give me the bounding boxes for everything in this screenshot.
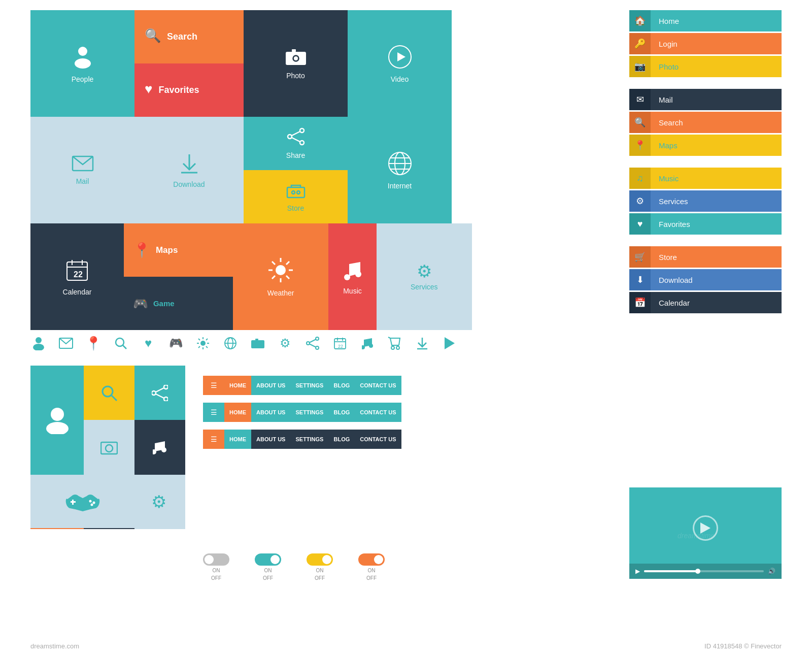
tile-photo[interactable]: Photo xyxy=(244,10,348,117)
mini-tile-music[interactable] xyxy=(134,420,185,475)
calendar-icon-row[interactable]: 22 xyxy=(332,335,348,351)
icons-row: 📍 ♥ 🎮 ⚙ xyxy=(30,335,458,351)
tile-weather[interactable]: Weather xyxy=(233,223,328,330)
location-icon[interactable]: 📍 xyxy=(85,335,101,351)
mail-icon-row[interactable] xyxy=(58,335,74,351)
share-icon-row[interactable] xyxy=(304,335,321,351)
svg-point-61 xyxy=(316,346,319,349)
mini-tile-person[interactable] xyxy=(30,366,84,475)
nav-item-store[interactable]: 🛒 Store xyxy=(629,246,782,268)
heart-icon[interactable]: ♥ xyxy=(140,335,156,351)
nav-item-contact-2[interactable]: CONTACT US xyxy=(355,403,401,422)
nav-item-settings-2[interactable]: SETTINGS xyxy=(290,403,328,422)
svg-point-16 xyxy=(292,191,295,194)
toggle-yellow-label2: OFF xyxy=(315,575,325,581)
calendar-icon: 22 xyxy=(65,258,89,285)
svg-point-70 xyxy=(369,344,373,348)
tile-store[interactable]: Store xyxy=(244,170,348,223)
tile-services[interactable]: ⚙ Services xyxy=(377,223,472,330)
mini-tile-gamepad[interactable] xyxy=(30,475,134,528)
svg-point-76 xyxy=(46,422,69,434)
tile-calendar[interactable]: 22 Calendar xyxy=(30,223,124,330)
cart-icon[interactable] xyxy=(387,335,403,351)
download-icon-row[interactable] xyxy=(414,335,430,351)
nav-item-favorites[interactable]: ♥ Favorites xyxy=(629,213,782,235)
nav-item-about-2[interactable]: ABOUT US xyxy=(251,403,290,422)
tile-mail[interactable]: Mail xyxy=(30,117,134,223)
nav-bar-menu-1[interactable]: ☰ xyxy=(203,376,224,395)
tile-music[interactable]: Music xyxy=(328,223,376,330)
toggle-switch-teal[interactable] xyxy=(255,553,281,566)
tile-share[interactable]: Share xyxy=(244,117,348,170)
nav-list: 🏠 Home 🔑 Login 📷 Photo ✉ Mail 🔍 Search 📍… xyxy=(629,10,782,315)
nav-item-login[interactable]: 🔑 Login xyxy=(629,33,782,54)
nav-item-settings-3[interactable]: SETTINGS xyxy=(290,430,328,449)
internet-label: Internet xyxy=(388,182,412,190)
svg-text:22: 22 xyxy=(74,270,83,279)
nav-item-search[interactable]: 🔍 Search xyxy=(629,112,782,133)
svg-point-72 xyxy=(396,346,399,349)
nav-item-home-3[interactable]: HOME xyxy=(224,430,251,449)
nav-item-calendar[interactable]: 📅 Calendar xyxy=(629,292,782,313)
svg-point-85 xyxy=(106,445,113,452)
play-icon[interactable] xyxy=(442,335,458,351)
nav-home-label: Home xyxy=(651,17,782,25)
nav-item-settings-1[interactable]: SETTINGS xyxy=(290,376,328,395)
nav-item-blog-2[interactable]: BLOG xyxy=(328,403,355,422)
person-icon[interactable] xyxy=(30,335,47,351)
nav-bar-items-3: HOME ABOUT US SETTINGS BLOG CONTACT US xyxy=(224,430,447,449)
tile-search[interactable]: 🔍 Search xyxy=(134,10,244,63)
globe-icon[interactable] xyxy=(222,335,239,351)
nav-item-about-1[interactable]: ABOUT US xyxy=(251,376,290,395)
gamepad-icon[interactable]: 🎮 xyxy=(167,335,184,351)
toggle-switch-orange[interactable] xyxy=(358,553,385,566)
sun-icon[interactable] xyxy=(195,335,211,351)
nav-item-home-1[interactable]: HOME xyxy=(224,376,251,395)
nav-item-download[interactable]: ⬇ Download xyxy=(629,269,782,290)
svg-line-78 xyxy=(112,396,117,401)
nav-item-blog-1[interactable]: BLOG xyxy=(328,376,355,395)
toggle-switch-yellow[interactable] xyxy=(307,553,333,566)
video-progress-bar[interactable] xyxy=(644,570,764,572)
nav-item-services[interactable]: ⚙ Services xyxy=(629,190,782,212)
gear-icon[interactable]: ⚙ xyxy=(277,335,293,351)
video-volume-icon[interactable]: 🔊 xyxy=(768,568,775,575)
tile-favorites[interactable]: ♥ Favorites xyxy=(134,63,244,117)
tile-download[interactable]: Download xyxy=(134,117,244,223)
camera-icon[interactable] xyxy=(250,335,266,351)
tile-people[interactable]: People xyxy=(30,10,134,117)
nav-bar-menu-3[interactable]: ☰ xyxy=(203,430,224,449)
tile-video[interactable]: Video xyxy=(348,10,452,117)
mini-tile-search[interactable] xyxy=(84,366,134,420)
toggle-off-label2: OFF xyxy=(211,575,221,581)
maps-icon: 📍 xyxy=(133,243,151,257)
nav-calendar-label: Calendar xyxy=(651,299,782,307)
nav-item-maps[interactable]: 📍 Maps xyxy=(629,135,782,156)
nav-item-music[interactable]: ♫ Music xyxy=(629,168,782,189)
mini-tile-photo[interactable] xyxy=(84,420,134,475)
mini-tile-share[interactable] xyxy=(134,366,185,420)
favorites-icon: ♥ xyxy=(145,82,152,95)
nav-item-photo[interactable]: 📷 Photo xyxy=(629,56,782,77)
nav-item-contact-3[interactable]: CONTACT US xyxy=(355,430,401,449)
svg-point-1 xyxy=(75,58,91,69)
nav-item-mail[interactable]: ✉ Mail xyxy=(629,89,782,110)
tile-game[interactable]: 🎮 Game xyxy=(124,277,233,330)
video-play-icon[interactable]: ▶ xyxy=(635,568,640,575)
tile-maps[interactable]: 📍 Maps xyxy=(124,223,233,277)
mini-tile-gear[interactable]: ⚙ xyxy=(132,475,185,528)
svg-point-40 xyxy=(33,344,44,350)
search-icon-row[interactable] xyxy=(113,335,129,351)
nav-item-about-3[interactable]: ABOUT US xyxy=(251,430,290,449)
music-icon-row[interactable] xyxy=(359,335,376,351)
nav-item-contact-1[interactable]: CONTACT US xyxy=(355,376,401,395)
tile-internet[interactable]: Internet xyxy=(348,117,452,223)
nav-bar-menu-2[interactable]: ☰ xyxy=(203,403,224,422)
toggle-switch-off[interactable] xyxy=(203,553,229,566)
svg-text:dreamstime: dreamstime xyxy=(678,532,715,540)
nav-item-home[interactable]: 🏠 Home xyxy=(629,10,782,31)
nav-item-blog-3[interactable]: BLOG xyxy=(328,430,355,449)
svg-line-52 xyxy=(198,346,200,348)
nav-item-home-2[interactable]: HOME xyxy=(224,403,251,422)
svg-point-17 xyxy=(297,191,300,194)
